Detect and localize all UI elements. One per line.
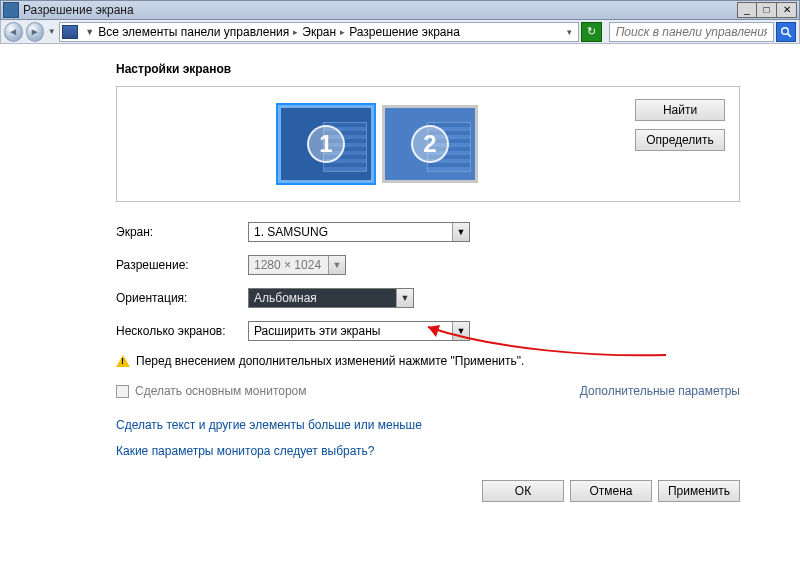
advanced-settings-link[interactable]: Дополнительные параметры	[580, 384, 740, 398]
orientation-label: Ориентация:	[116, 291, 248, 305]
display-preview-panel: 1 2 Найти Определить	[116, 86, 740, 202]
search-icon	[780, 26, 792, 38]
warning-icon	[116, 355, 130, 367]
apply-button[interactable]: Применить	[658, 480, 740, 502]
maximize-button[interactable]: □	[757, 2, 777, 18]
window-icon	[3, 2, 19, 18]
settings-form: Экран: 1. SAMSUNG ▼ Разрешение: 1280 × 1…	[116, 222, 740, 502]
resolution-label: Разрешение:	[116, 258, 248, 272]
screen-label: Экран:	[116, 225, 248, 239]
make-primary-checkbox	[116, 385, 129, 398]
screen-select[interactable]: 1. SAMSUNG ▼	[248, 222, 470, 242]
monitor-2[interactable]: 2	[382, 105, 478, 183]
content: Настройки экранов 1 2 Найти Определить Э…	[0, 44, 800, 502]
svg-line-1	[787, 33, 790, 36]
chevron-down-icon: ▼	[396, 289, 413, 307]
forward-button[interactable]: ►	[26, 22, 45, 42]
make-primary-label: Сделать основным монитором	[135, 384, 307, 398]
resolution-select[interactable]: 1280 × 1024 ▼	[248, 255, 346, 275]
breadcrumb-dropdown[interactable]: ▾	[567, 27, 572, 37]
resolution-value: 1280 × 1024	[249, 258, 328, 272]
warning-row: Перед внесением дополнительных изменений…	[116, 354, 740, 368]
warning-text: Перед внесением дополнительных изменений…	[136, 354, 524, 368]
chevron-down-icon: ▼	[328, 256, 345, 274]
search-input[interactable]	[614, 24, 769, 40]
multiple-displays-value: Расширить эти экраны	[249, 324, 452, 338]
chevron-icon: ▼	[85, 27, 94, 37]
orientation-value: Альбомная	[249, 291, 396, 305]
search-button[interactable]	[776, 22, 796, 42]
monitors-area[interactable]: 1 2	[131, 99, 625, 183]
multiple-displays-label: Несколько экранов:	[116, 324, 248, 338]
titlebar: Разрешение экрана _ □ ✕	[0, 0, 800, 20]
identify-button[interactable]: Определить	[635, 129, 725, 151]
screen-value: 1. SAMSUNG	[249, 225, 452, 239]
monitor-1[interactable]: 1	[278, 105, 374, 183]
close-button[interactable]: ✕	[777, 2, 797, 18]
orientation-select[interactable]: Альбомная ▼	[248, 288, 414, 308]
ok-button[interactable]: ОК	[482, 480, 564, 502]
chevron-down-icon: ▼	[452, 223, 469, 241]
chevron-right-icon: ▸	[293, 27, 298, 37]
breadcrumb-mid[interactable]: Экран	[302, 25, 336, 39]
multiple-displays-select[interactable]: Расширить эти экраны ▼	[248, 321, 470, 341]
svg-point-0	[782, 27, 789, 34]
minimize-button[interactable]: _	[737, 2, 757, 18]
refresh-button[interactable]: ↻	[581, 22, 601, 42]
control-panel-icon	[62, 25, 78, 39]
find-button[interactable]: Найти	[635, 99, 725, 121]
breadcrumb[interactable]: ▼ Все элементы панели управления ▸ Экран…	[59, 22, 579, 42]
cancel-button[interactable]: Отмена	[570, 480, 652, 502]
page-title: Настройки экранов	[116, 62, 740, 76]
history-dropdown[interactable]: ▼	[47, 25, 56, 39]
chevron-right-icon: ▸	[340, 27, 345, 37]
back-button[interactable]: ◄	[4, 22, 23, 42]
search-box[interactable]	[609, 22, 774, 42]
breadcrumb-leaf[interactable]: Разрешение экрана	[349, 25, 460, 39]
which-settings-link[interactable]: Какие параметры монитора следует выбрать…	[116, 444, 740, 458]
dialog-buttons: ОК Отмена Применить	[116, 480, 740, 502]
window-title: Разрешение экрана	[23, 3, 737, 17]
text-size-link[interactable]: Сделать текст и другие элементы больше и…	[116, 418, 740, 432]
breadcrumb-root[interactable]: Все элементы панели управления	[98, 25, 289, 39]
chevron-down-icon: ▼	[452, 322, 469, 340]
monitor-number: 2	[411, 125, 449, 163]
monitor-number: 1	[307, 125, 345, 163]
navbar: ◄ ► ▼ ▼ Все элементы панели управления ▸…	[0, 20, 800, 44]
